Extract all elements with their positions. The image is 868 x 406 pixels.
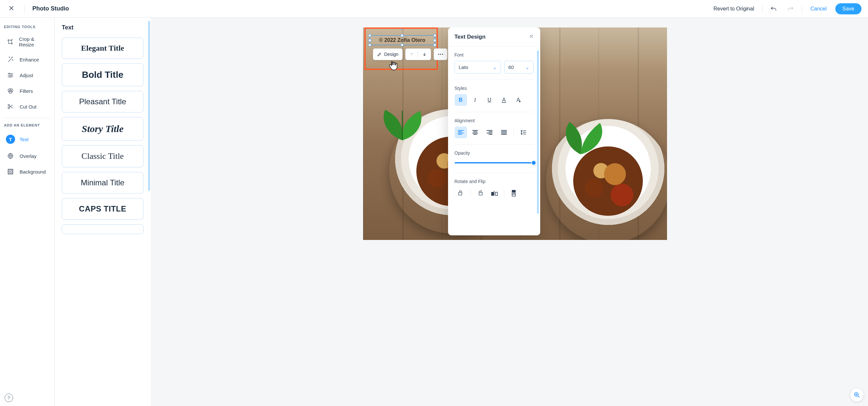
underline-button[interactable]: U <box>483 94 496 106</box>
sidebar-item-text[interactable]: T Text <box>3 130 51 148</box>
text-color-button[interactable] <box>498 94 510 106</box>
divider <box>455 80 534 80</box>
sidebar-label: Enhance <box>20 57 39 62</box>
sidebar-item-crop[interactable]: Crop & Resize <box>3 32 51 52</box>
design-button[interactable]: Design <box>373 49 403 60</box>
more-button[interactable] <box>434 49 447 60</box>
opacity-label: Opacity <box>455 150 534 156</box>
rotate-right-button[interactable] <box>474 187 486 199</box>
divider <box>24 4 25 13</box>
resize-handle[interactable] <box>433 34 436 37</box>
resize-handle[interactable] <box>401 34 404 37</box>
divider <box>455 144 534 145</box>
svg-rect-16 <box>512 190 516 192</box>
wand-icon <box>6 56 15 63</box>
italic-button[interactable]: I <box>469 94 482 106</box>
flip-horizontal-button[interactable] <box>488 187 501 199</box>
slider-thumb[interactable] <box>531 160 536 165</box>
svg-rect-13 <box>502 102 506 103</box>
zoom-in-icon[interactable] <box>850 388 863 401</box>
svg-rect-14 <box>459 192 462 195</box>
alignment-label: Alignment <box>455 118 534 123</box>
svg-point-1 <box>11 74 12 75</box>
panel-title: Text Design <box>455 34 486 40</box>
resize-handle[interactable] <box>368 39 371 42</box>
font-size-value: 60 <box>508 64 514 70</box>
selected-text-value: © 2022 Zofía Otero <box>379 37 426 43</box>
preset-elegant[interactable]: Elegant Title <box>62 38 144 59</box>
divider <box>514 128 514 137</box>
save-button[interactable]: Save <box>835 3 862 14</box>
svg-point-10 <box>438 54 439 55</box>
sidebar-item-background[interactable]: Background <box>3 164 51 180</box>
resize-handle[interactable] <box>368 34 371 37</box>
crop-icon <box>6 38 14 45</box>
close-icon[interactable] <box>529 33 534 40</box>
sidebar-label: Crop & Resize <box>19 36 49 48</box>
help-icon[interactable]: ? <box>5 394 13 402</box>
chevron-down-icon: ⌄ <box>493 65 497 70</box>
font-size-select[interactable]: 60 ⌄ <box>504 61 534 73</box>
highlight-color-button[interactable] <box>512 94 525 106</box>
divider <box>455 173 534 173</box>
preset-bold[interactable]: Bold Title <box>62 63 144 86</box>
text-icon: T <box>6 135 15 144</box>
styles-label: Styles <box>455 86 534 91</box>
preset-story[interactable]: Story Title <box>62 117 144 140</box>
resize-handle[interactable] <box>368 43 371 46</box>
sidebar-label: Adjust <box>20 72 33 78</box>
font-family-value: Lato <box>459 64 468 70</box>
divider <box>762 4 763 13</box>
preset-classic[interactable]: Classic Title <box>62 145 144 167</box>
close-icon[interactable] <box>6 3 16 14</box>
resize-handle[interactable] <box>433 39 436 42</box>
sliders-icon <box>6 71 15 79</box>
layer-down-button[interactable] <box>418 49 431 60</box>
sidebar-item-enhance[interactable]: Enhance <box>3 52 51 67</box>
sidebar-heading-add: ADD AN ELEMENT <box>4 123 51 127</box>
align-right-button[interactable] <box>483 126 496 138</box>
sidebar-item-adjust[interactable]: Adjust <box>3 67 51 83</box>
divider <box>802 4 802 13</box>
chevron-down-icon: ⌄ <box>526 65 529 70</box>
resize-handle[interactable] <box>401 43 404 46</box>
font-family-select[interactable]: Lato ⌄ <box>455 61 501 73</box>
preset-minimal[interactable]: Minimal Title <box>62 172 144 193</box>
align-center-button[interactable] <box>469 126 482 138</box>
preset-caps[interactable]: CAPS TITLE <box>62 198 144 220</box>
sidebar-item-filters[interactable]: Filters <box>3 83 51 99</box>
text-design-panel: Text Design Font Lato ⌄ <box>448 27 540 236</box>
flip-vertical-button[interactable] <box>507 187 520 199</box>
bold-button[interactable]: B <box>455 94 467 106</box>
undo-icon[interactable] <box>768 3 779 15</box>
sidebar-label: Text <box>20 137 29 142</box>
line-spacing-button[interactable] <box>517 126 529 138</box>
svg-rect-15 <box>479 192 482 195</box>
sidebar-label: Filters <box>20 88 33 94</box>
layer-up-button[interactable] <box>406 49 418 60</box>
rotate-left-button[interactable] <box>455 187 467 199</box>
align-left-button[interactable] <box>455 126 467 138</box>
revert-button[interactable]: Revert to Original <box>711 4 757 14</box>
selected-text-element[interactable]: © 2022 Zofía Otero <box>370 35 435 45</box>
sidebar-item-cutout[interactable]: Cut Out <box>3 99 51 115</box>
scrollbar[interactable] <box>148 21 150 191</box>
divider <box>455 112 534 112</box>
cancel-button[interactable]: Cancel <box>807 4 830 14</box>
preset-pleasant[interactable]: Pleasant Title <box>62 91 144 113</box>
svg-point-11 <box>440 54 441 55</box>
scrollbar[interactable] <box>537 50 539 214</box>
sidebar-label: Overlay <box>20 153 37 159</box>
align-justify-button[interactable] <box>498 126 510 138</box>
svg-point-0 <box>9 73 10 74</box>
filters-icon <box>6 87 15 94</box>
resize-handle[interactable] <box>433 43 436 46</box>
canvas[interactable]: © 2022 Zofía Otero <box>363 27 667 240</box>
page-title: Photo Studio <box>32 5 69 12</box>
divider <box>470 189 471 197</box>
opacity-slider[interactable] <box>455 159 534 167</box>
redo-icon[interactable] <box>785 3 797 15</box>
preset-more[interactable] <box>62 224 144 234</box>
divider <box>504 189 504 197</box>
sidebar-item-overlay[interactable]: Overlay <box>3 148 51 164</box>
